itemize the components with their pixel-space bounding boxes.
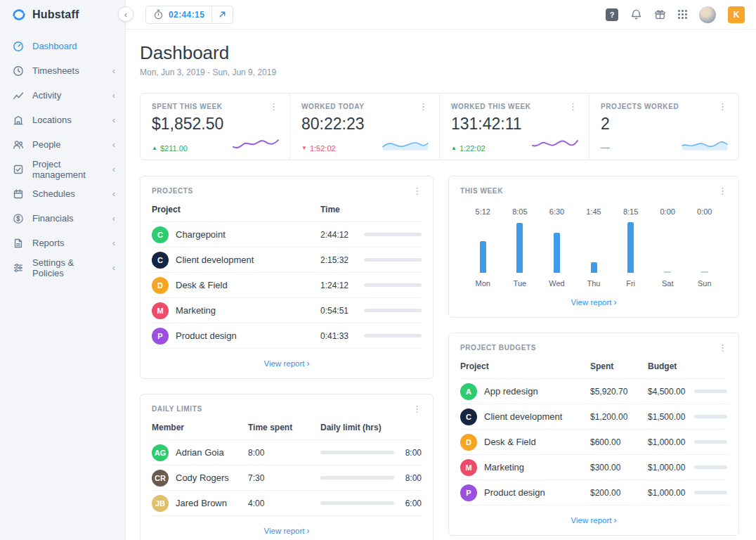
- sidebar-item-label: Settings & Policies: [32, 257, 104, 278]
- table-row: AApp redesign $5,920.70 $4,500.00: [460, 379, 727, 404]
- sidebar-item-schedules[interactable]: Schedules ‹: [0, 181, 125, 206]
- kebab-menu-icon[interactable]: ⋮: [717, 343, 729, 352]
- card-title: THIS WEEK: [460, 187, 503, 195]
- sidebar-item-locations[interactable]: Locations ‹: [0, 108, 125, 132]
- bar-value-label: 8:15: [623, 207, 638, 216]
- kebab-menu-icon[interactable]: ⋮: [411, 404, 423, 413]
- kebab-menu-icon[interactable]: ⋮: [717, 102, 729, 111]
- kebab-menu-icon[interactable]: ⋮: [268, 102, 280, 111]
- topbar-actions: ? K: [606, 6, 745, 23]
- table-row: CRCody Rogers 7:30 8:00: [152, 465, 422, 491]
- sidebar-item-project-management[interactable]: Project management ‹: [0, 157, 125, 181]
- table-row: DDesk & Field 1:24:12: [152, 273, 422, 298]
- project-time: 2:15:32: [320, 255, 364, 265]
- main: 02:44:15 ? K Dashboard Mo: [126, 0, 756, 540]
- open-timer-button[interactable]: [211, 6, 233, 23]
- projects-card: PROJECTS ⋮ Project Time CChargepoint 2:4…: [140, 176, 434, 379]
- column-header: Time: [320, 205, 340, 214]
- sidebar-item-reports[interactable]: Reports ‹: [0, 231, 125, 255]
- organization-badge[interactable]: K: [728, 6, 745, 23]
- member-avatar: CR: [152, 470, 169, 487]
- stat-card-worked-this-week: WORKED THIS WEEK ⋮ 131:42:11 ▲1:22:02: [439, 94, 589, 160]
- project-name: Desk & Field: [484, 437, 536, 447]
- timer-display: 02:44:15: [146, 6, 211, 23]
- project-time: 0:41:33: [320, 331, 364, 341]
- stat-delta: ▼1:52:02: [301, 144, 336, 153]
- apps-grid-icon[interactable]: [678, 10, 687, 19]
- sliders-icon: [13, 262, 24, 274]
- member-name: Adrian Goia: [176, 447, 224, 458]
- table-row: PProduct design 0:41:33: [152, 323, 422, 349]
- day-label: Fri: [626, 279, 635, 288]
- table-row: PProduct design $200.00 $1,000.00: [460, 480, 727, 506]
- stat-card-projects-worked: PROJECTS WORKED ⋮ 2 —: [589, 94, 738, 160]
- progress-bar: [364, 334, 422, 338]
- sidebar-item-people[interactable]: People ‹: [0, 132, 125, 157]
- dollar-icon: [13, 213, 24, 224]
- timer-time: 02:44:15: [169, 10, 204, 20]
- help-button[interactable]: ?: [606, 8, 618, 21]
- zero-bar-dash: [664, 271, 672, 273]
- time-spent: 4:00: [248, 499, 320, 508]
- view-report-link[interactable]: View report›: [571, 516, 617, 525]
- table-header: Project Time: [152, 203, 422, 222]
- progress-bar: [364, 309, 422, 312]
- stat-value: 2: [601, 115, 729, 134]
- project-avatar: M: [152, 302, 169, 319]
- kebab-menu-icon[interactable]: ⋮: [567, 102, 579, 111]
- chart-column: 0:00 Sat: [649, 207, 686, 288]
- bar-value-label: 6:30: [549, 207, 564, 216]
- sidebar-item-label: Dashboard: [32, 41, 77, 51]
- chart-column: 5:12 Mon: [464, 207, 502, 288]
- day-label: Sat: [662, 279, 674, 288]
- project-time: 0:54:51: [320, 306, 364, 316]
- project-avatar: C: [152, 226, 169, 243]
- chart-column: 8:05 Tue: [502, 207, 539, 288]
- view-report-link[interactable]: View report›: [264, 527, 310, 535]
- project-name: Chargepoint: [176, 229, 226, 240]
- stat-delta: ▲1:22:02: [451, 144, 485, 153]
- sidebar-item-timesheets[interactable]: Timesheets ‹: [0, 58, 125, 83]
- chart-column: 6:30 Wed: [538, 207, 575, 288]
- progress-bar: [694, 465, 727, 469]
- card-title: DAILY LIMITS: [152, 405, 202, 413]
- user-avatar[interactable]: [699, 6, 716, 23]
- chart-column: 1:45 Thu: [575, 207, 613, 288]
- stat-label: WORKED TODAY: [301, 103, 364, 110]
- view-report-link[interactable]: View report›: [264, 359, 310, 368]
- kebab-menu-icon[interactable]: ⋮: [717, 186, 729, 195]
- sidebar: Hubstaff Dashboard Timesheets ‹ A: [0, 0, 126, 540]
- gift-icon[interactable]: [654, 8, 666, 20]
- kebab-menu-icon[interactable]: ⋮: [411, 186, 423, 195]
- topbar: 02:44:15 ? K: [126, 0, 756, 30]
- sidebar-item-activity[interactable]: Activity ‹: [0, 83, 125, 108]
- sidebar-item-label: People: [32, 139, 60, 150]
- column-header: Daily limit (hrs): [320, 423, 382, 432]
- timer-widget[interactable]: 02:44:15: [145, 6, 233, 24]
- view-report-link[interactable]: View report›: [571, 298, 617, 307]
- project-avatar: C: [152, 252, 169, 269]
- activity-chart-icon: [13, 90, 24, 101]
- brand-logo[interactable]: Hubstaff: [0, 0, 125, 30]
- week-bar-chart: 5:12 Mon 8:05 Tue 6:30: [449, 203, 738, 288]
- sparkline: [681, 136, 729, 153]
- day-label: Thu: [587, 279, 601, 288]
- sidebar-item-settings-policies[interactable]: Settings & Policies ‹: [0, 255, 125, 280]
- budget-amount: $1,000.00: [648, 437, 690, 447]
- progress-bar: [320, 451, 394, 454]
- daily-limit: 8:00: [394, 473, 422, 483]
- date-range: Mon, Jun 3, 2019 - Sun, Jun 9, 2019: [140, 68, 739, 77]
- chevron-left-icon: ‹: [112, 263, 115, 272]
- member-avatar: JB: [152, 495, 169, 512]
- app: Hubstaff Dashboard Timesheets ‹ A: [0, 0, 756, 540]
- sidebar-collapse-button[interactable]: ‹: [118, 6, 133, 22]
- kebab-menu-icon[interactable]: ⋮: [417, 102, 429, 111]
- column-header: Budget: [648, 361, 677, 371]
- sidebar-item-financials[interactable]: Financials ‹: [0, 206, 125, 231]
- time-spent: 8:00: [248, 448, 320, 458]
- chevron-right-icon: ›: [306, 526, 309, 536]
- brand-name: Hubstaff: [32, 8, 79, 21]
- sidebar-item-dashboard[interactable]: Dashboard: [0, 34, 125, 58]
- notifications-bell-icon[interactable]: [630, 8, 642, 20]
- project-avatar: D: [460, 434, 477, 451]
